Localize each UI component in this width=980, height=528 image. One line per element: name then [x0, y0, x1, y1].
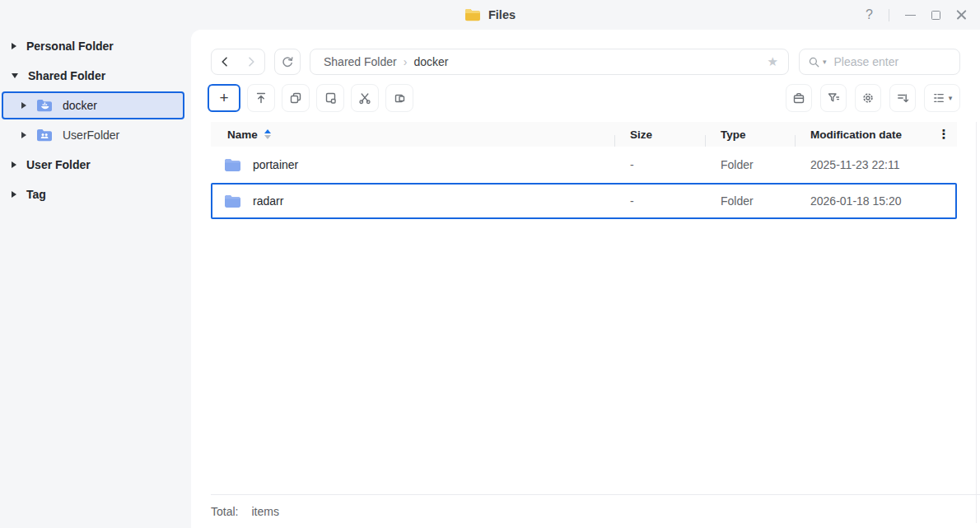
copy-icon	[289, 91, 302, 105]
view-toolbar: ▾	[786, 84, 960, 112]
favorite-icon[interactable]: ★	[768, 54, 778, 69]
minimize-icon[interactable]	[905, 15, 916, 16]
column-options[interactable]: ⋮	[931, 127, 957, 142]
cell-name: portainer	[211, 158, 614, 172]
upload-button[interactable]	[247, 84, 275, 112]
file-row-portainer[interactable]: portainer - Folder 2025-11-23 22:11	[211, 147, 957, 183]
title-bar: Files ?	[0, 0, 980, 30]
refresh-icon	[281, 55, 294, 68]
close-icon[interactable]	[956, 10, 967, 21]
navigation-row: Shared Folder › docker ★ ▾	[211, 49, 960, 75]
forward-button[interactable]	[238, 49, 264, 74]
cell-type: Folder	[705, 194, 795, 208]
sort-asc-icon	[264, 129, 271, 133]
folder-icon	[224, 158, 241, 172]
sidebar-item-label: UserFolder	[63, 128, 119, 142]
history-buttons	[211, 49, 265, 75]
action-toolbar: +	[208, 84, 960, 112]
cut-button[interactable]	[351, 84, 379, 112]
settings-button[interactable]	[855, 84, 881, 112]
total-label: Total:	[211, 505, 238, 518]
sort-desc-icon	[264, 135, 271, 139]
refresh-button[interactable]	[274, 49, 301, 75]
sidebar-item-tag[interactable]: Tag	[0, 180, 191, 209]
chevron-right-icon[interactable]	[21, 132, 26, 138]
breadcrumb-root[interactable]: Shared Folder	[324, 55, 397, 68]
sidebar-item-docker[interactable]: docker	[2, 91, 184, 119]
column-header-size[interactable]: Size	[614, 128, 705, 141]
sidebar-item-user-folder[interactable]: User Folder	[0, 150, 191, 180]
column-header-type[interactable]: Type	[705, 128, 795, 141]
column-label: Size	[630, 128, 652, 141]
copy-button[interactable]	[282, 84, 310, 112]
breadcrumb: Shared Folder › docker ★	[310, 49, 789, 75]
column-header-name[interactable]: Name	[211, 128, 614, 141]
file-name: radarr	[253, 194, 283, 208]
table-header: Name Size Type Modification date ⋮	[211, 122, 957, 147]
maximize-icon[interactable]	[931, 11, 940, 20]
docker-folder-icon	[36, 99, 53, 112]
main-panel: Shared Folder › docker ★ ▾ +	[191, 30, 980, 528]
status-bar: Total: items	[211, 494, 980, 528]
cell-modified: 2025-11-23 22:11	[795, 158, 931, 171]
breadcrumb-current: docker	[413, 55, 448, 68]
chevron-right-icon[interactable]	[12, 191, 16, 198]
more-vertical-icon[interactable]: ⋮	[938, 127, 950, 142]
briefcase-icon	[792, 91, 805, 105]
sidebar: Personal Folder Shared Folder docker	[0, 30, 191, 528]
help-icon[interactable]: ?	[866, 7, 873, 22]
sidebar-item-shared-folder[interactable]: Shared Folder	[0, 61, 191, 91]
paste-icon	[324, 91, 337, 105]
clone-icon	[393, 91, 406, 105]
cell-type: Folder	[705, 158, 795, 171]
view-caret-icon: ▾	[949, 94, 953, 102]
scissors-icon	[358, 91, 371, 105]
sidebar-item-label: Shared Folder	[28, 69, 105, 82]
sort-indicator-icon[interactable]	[264, 129, 271, 139]
breadcrumb-separator: ›	[404, 55, 408, 68]
chevron-right-icon[interactable]	[21, 102, 26, 109]
filter-button[interactable]	[820, 84, 847, 112]
sidebar-item-label: Personal Folder	[26, 40, 114, 53]
search-input[interactable]	[834, 55, 951, 68]
sidebar-item-label: User Folder	[26, 158, 91, 171]
toolbox-button[interactable]	[786, 84, 812, 112]
cell-size: -	[614, 194, 705, 208]
plus-icon: +	[219, 89, 228, 107]
cell-modified: 2026-01-18 15:20	[795, 194, 931, 208]
file-list: portainer - Folder 2025-11-23 22:11 rada…	[211, 147, 957, 219]
gear-icon	[861, 91, 875, 105]
items-label: items	[251, 505, 278, 518]
list-view-icon	[932, 91, 945, 105]
chevron-right-icon[interactable]	[12, 161, 16, 168]
column-label: Type	[721, 128, 746, 141]
page-title: Files	[488, 8, 516, 21]
chevron-left-icon	[219, 56, 231, 68]
sort-button[interactable]	[889, 84, 916, 112]
window-title: Files	[464, 0, 516, 30]
filter-icon	[827, 91, 840, 105]
cell-size: -	[614, 158, 705, 171]
new-folder-button[interactable]: +	[208, 84, 240, 112]
chevron-right-icon[interactable]	[12, 43, 16, 49]
scrollbar-track[interactable]	[976, 122, 977, 523]
file-name: portainer	[253, 158, 298, 171]
back-button[interactable]	[212, 49, 238, 74]
upload-icon	[254, 91, 268, 105]
search-box: ▾	[799, 49, 960, 75]
file-row-radarr[interactable]: radarr - Folder 2026-01-18 15:20	[211, 183, 957, 219]
search-scope-caret-icon[interactable]: ▾	[823, 58, 827, 66]
files-app-icon	[464, 8, 481, 21]
search-icon[interactable]	[808, 56, 820, 68]
clone-button[interactable]	[385, 84, 413, 112]
chevron-down-icon[interactable]	[12, 73, 18, 78]
column-header-modified[interactable]: Modification date	[795, 128, 931, 141]
sidebar-item-label: Tag	[26, 188, 46, 201]
view-mode-button[interactable]: ▾	[924, 84, 960, 112]
sidebar-item-personal-folder[interactable]: Personal Folder	[0, 31, 191, 61]
cell-name: radarr	[211, 194, 614, 208]
sidebar-item-userfolder[interactable]: UserFolder	[0, 120, 191, 150]
column-label: Modification date	[810, 128, 902, 141]
chevron-right-icon	[245, 56, 257, 68]
paste-button[interactable]	[316, 84, 344, 112]
